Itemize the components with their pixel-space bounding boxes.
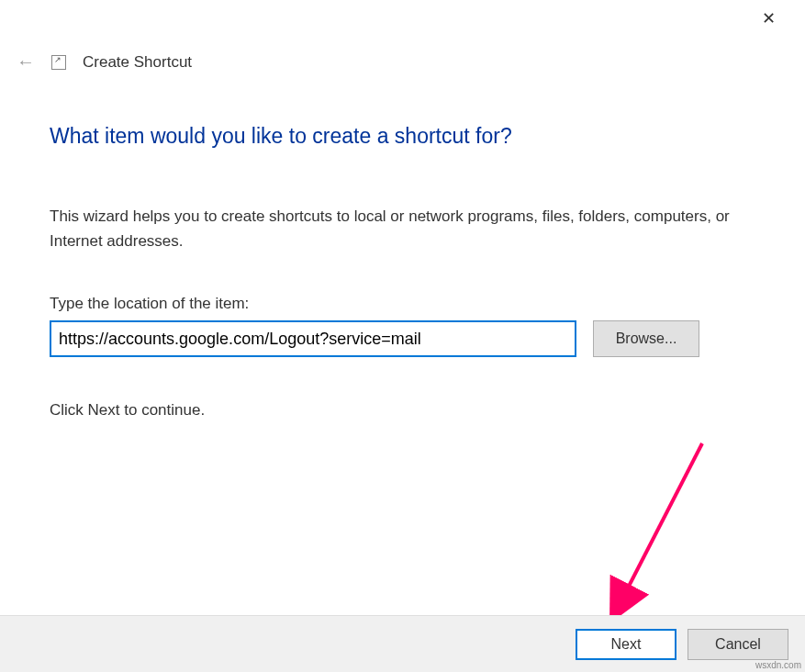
watermark-text: wsxdn.com bbox=[755, 660, 801, 670]
close-icon[interactable]: ✕ bbox=[757, 7, 779, 29]
location-input[interactable] bbox=[50, 320, 576, 357]
location-label: Type the location of the item: bbox=[50, 295, 768, 313]
browse-button[interactable]: Browse... bbox=[593, 320, 699, 357]
wizard-title: Create Shortcut bbox=[83, 53, 192, 72]
continue-instruction: Click Next to continue. bbox=[50, 401, 768, 420]
content-area: What item would you like to create a sho… bbox=[50, 124, 768, 420]
svg-line-1 bbox=[620, 443, 702, 604]
cancel-button[interactable]: Cancel bbox=[688, 629, 788, 660]
annotation-arrow-icon bbox=[606, 439, 716, 622]
input-row: Browse... bbox=[50, 320, 768, 357]
footer-bar: Next Cancel bbox=[0, 615, 805, 672]
back-arrow-icon[interactable]: ← bbox=[17, 51, 35, 73]
shortcut-icon bbox=[51, 55, 66, 70]
page-heading: What item would you like to create a sho… bbox=[50, 124, 768, 149]
wizard-description: This wizard helps you to create shortcut… bbox=[50, 204, 768, 253]
header-row: ← Create Shortcut bbox=[17, 51, 192, 73]
next-button[interactable]: Next bbox=[576, 629, 676, 660]
